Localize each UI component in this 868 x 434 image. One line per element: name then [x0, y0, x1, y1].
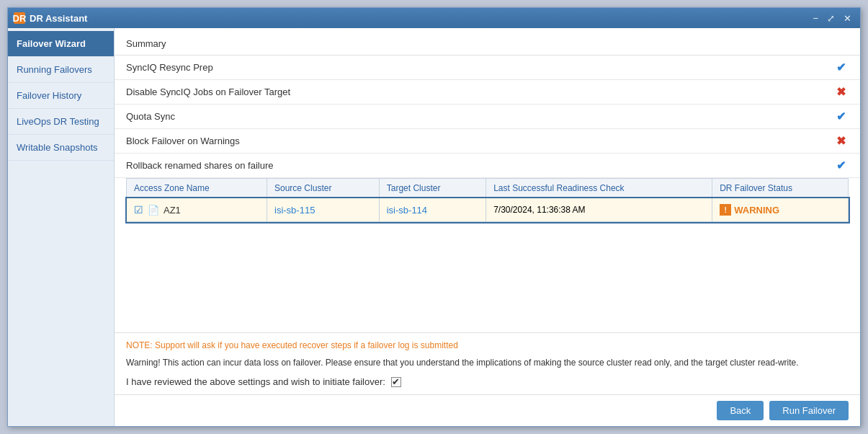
- maximize-button[interactable]: ⤢: [824, 13, 838, 24]
- col-header-target-cluster: Target Cluster: [379, 179, 486, 198]
- title-bar-left: DR DR Assistant: [14, 12, 87, 24]
- review-check-icon: ✔: [392, 376, 400, 387]
- warning-icon: !: [720, 204, 731, 216]
- back-button[interactable]: Back: [717, 401, 764, 420]
- row-checkbox-icon[interactable]: ☑: [134, 204, 143, 216]
- setting-label: Disable SyncIQ Jobs on Failover Target: [115, 80, 817, 105]
- check-icon-blue: ✔: [836, 61, 846, 74]
- zone-table-wrapper: Access Zone Name Source Cluster Target C…: [115, 178, 860, 234]
- target-cluster-link[interactable]: isi-sb-114: [387, 205, 427, 216]
- zone-row[interactable]: ☑ 📄 AZ1 isi-sb-115 isi-sb-114: [127, 198, 849, 222]
- summary-header: Summary: [115, 28, 860, 56]
- warning-label: WARNING: [734, 205, 779, 216]
- setting-label: Block Failover on Warnings: [115, 129, 817, 154]
- footer-buttons: Back Run Failover: [115, 394, 860, 426]
- content-area: Summary SyncIQ Resync Prep ✔ Disable Syn…: [115, 28, 860, 426]
- setting-label: Quota Sync: [115, 105, 817, 129]
- run-failover-button[interactable]: Run Failover: [769, 401, 849, 420]
- minimize-button[interactable]: −: [810, 13, 821, 24]
- zone-table-header: Access Zone Name Source Cluster Target C…: [127, 179, 849, 198]
- scroll-area[interactable]: SyncIQ Resync Prep ✔ Disable SyncIQ Jobs…: [115, 56, 860, 332]
- settings-table: SyncIQ Resync Prep ✔ Disable SyncIQ Jobs…: [115, 56, 860, 178]
- title-bar: DR DR Assistant − ⤢ ✕: [8, 8, 860, 28]
- app-icon: DR: [14, 12, 25, 24]
- setting-label: SyncIQ Resync Prep: [115, 56, 817, 80]
- source-cluster-cell: isi-sb-115: [267, 198, 380, 222]
- col-header-access-zone: Access Zone Name: [127, 179, 267, 198]
- setting-row-disable-synciq: Disable SyncIQ Jobs on Failover Target ✖: [115, 80, 860, 105]
- warning-text: Warning! This action can incur data loss…: [126, 356, 849, 369]
- setting-status: ✔: [817, 105, 860, 129]
- app-title: DR Assistant: [30, 13, 87, 24]
- sidebar-item-writable-snapshots[interactable]: Writable Snapshots: [8, 135, 114, 161]
- review-label: I have reviewed the above settings and w…: [126, 376, 385, 387]
- setting-row-rollback: Rollback renamed shares on failure ✔: [115, 154, 860, 178]
- sidebar-item-failover-history[interactable]: Failover History: [8, 83, 114, 109]
- window-controls: − ⤢ ✕: [810, 13, 854, 24]
- target-cluster-cell: isi-sb-114: [379, 198, 486, 222]
- last-check-cell: 7/30/2024, 11:36:38 AM: [486, 198, 712, 222]
- zone-name-label: AZ1: [164, 205, 181, 216]
- setting-row-syniq: SyncIQ Resync Prep ✔: [115, 56, 860, 80]
- setting-status: ✖: [817, 129, 860, 154]
- setting-status: ✔: [817, 56, 860, 80]
- setting-status: ✔: [817, 154, 860, 178]
- setting-row-block-failover: Block Failover on Warnings ✖: [115, 129, 860, 154]
- col-header-last-check: Last Successful Readiness Check: [486, 179, 712, 198]
- zone-name-cell: ☑ 📄 AZ1: [127, 198, 267, 222]
- review-checkbox[interactable]: ✔: [391, 377, 401, 387]
- bottom-section: NOTE: Support will ask if you have execu…: [115, 332, 860, 394]
- dr-status-cell: ! WARNING: [712, 198, 849, 222]
- zone-table: Access Zone Name Source Cluster Target C…: [126, 178, 849, 222]
- note-text: NOTE: Support will ask if you have execu…: [126, 340, 849, 350]
- source-cluster-link[interactable]: isi-sb-115: [274, 205, 315, 216]
- sidebar-item-liveops-dr-testing[interactable]: LiveOps DR Testing: [8, 109, 114, 135]
- file-icon: 📄: [148, 205, 159, 216]
- check-icon-blue-2: ✔: [836, 110, 846, 123]
- col-header-dr-status: DR Failover Status: [712, 179, 849, 198]
- review-row: I have reviewed the above settings and w…: [126, 376, 849, 387]
- close-button[interactable]: ✕: [841, 13, 854, 24]
- cross-icon-red: ✖: [836, 86, 846, 98]
- warning-badge: ! WARNING: [720, 204, 841, 216]
- sidebar: Failover Wizard Running Failovers Failov…: [8, 28, 115, 426]
- col-header-source-cluster: Source Cluster: [267, 179, 380, 198]
- sidebar-item-running-failovers[interactable]: Running Failovers: [8, 57, 114, 83]
- page-title: Summary: [126, 38, 166, 49]
- setting-row-quota: Quota Sync ✔: [115, 105, 860, 129]
- setting-label: Rollback renamed shares on failure: [115, 154, 817, 178]
- main-window: DR DR Assistant − ⤢ ✕ Failover Wizard Ru…: [7, 7, 861, 427]
- check-icon-blue-3: ✔: [836, 159, 846, 172]
- setting-status: ✖: [817, 80, 860, 105]
- cross-icon-red-2: ✖: [836, 135, 846, 147]
- main-layout: Failover Wizard Running Failovers Failov…: [8, 28, 860, 426]
- sidebar-item-failover-wizard[interactable]: Failover Wizard: [8, 31, 114, 57]
